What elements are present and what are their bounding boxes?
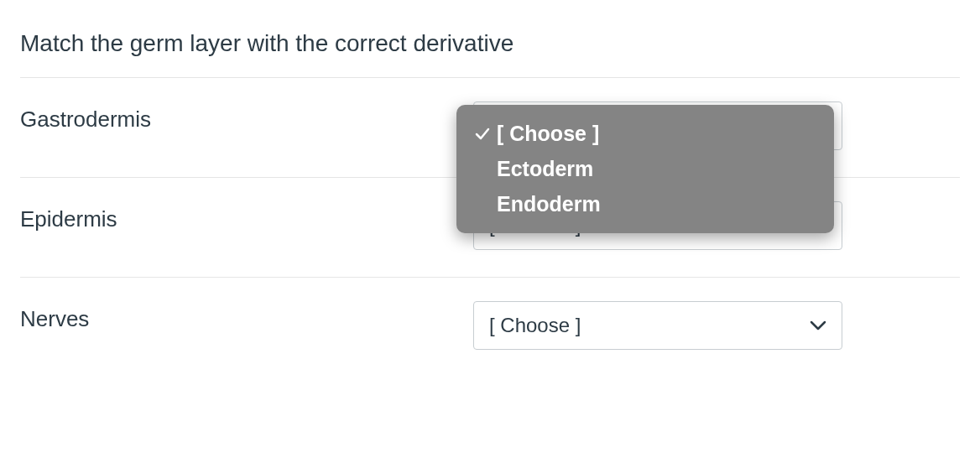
select-wrapper: [ Choose ] xyxy=(473,301,842,350)
term-label: Gastrodermis xyxy=(20,101,473,133)
option-label: Ectoderm xyxy=(497,155,814,184)
option-label: Endoderm xyxy=(497,190,814,219)
option-label: [ Choose ] xyxy=(497,120,814,148)
dropdown-menu: [ Choose ] Ectoderm Endoderm xyxy=(456,105,834,233)
match-row-gastrodermis: Gastrodermis [ Choose ] [ Choose ] xyxy=(20,78,960,178)
chevron-down-icon xyxy=(810,320,826,331)
matching-rows: Gastrodermis [ Choose ] [ Choose ] xyxy=(20,77,960,377)
term-label: Epidermis xyxy=(20,201,473,232)
option-endoderm[interactable]: Endoderm xyxy=(456,187,834,222)
question-prompt: Match the germ layer with the correct de… xyxy=(20,30,960,57)
germ-layer-select[interactable]: [ Choose ] xyxy=(473,301,842,350)
select-value: [ Choose ] xyxy=(489,314,581,337)
term-label: Nerves xyxy=(20,301,473,332)
select-wrapper: [ Choose ] [ Choose ] Ecto xyxy=(473,101,842,150)
option-choose-placeholder[interactable]: [ Choose ] xyxy=(456,117,834,152)
check-icon xyxy=(475,127,497,142)
match-row-nerves: Nerves [ Choose ] xyxy=(20,278,960,377)
option-ectoderm[interactable]: Ectoderm xyxy=(456,152,834,187)
